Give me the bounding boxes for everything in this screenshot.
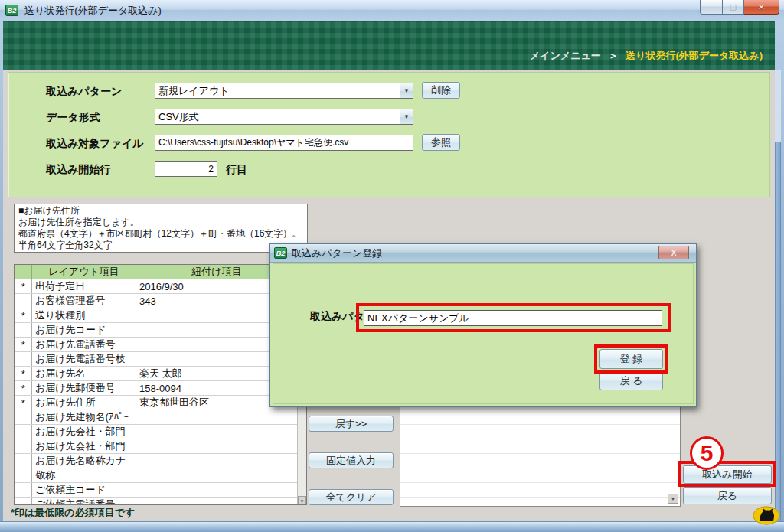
dialog-close-button[interactable]: X: [658, 246, 689, 259]
table-row[interactable]: 敬称: [15, 468, 298, 483]
window-titlebar: B2 送り状発行(外部データ取込み) — ▢ ✕: [0, 0, 784, 21]
register-button[interactable]: 登 録: [599, 349, 663, 369]
info-line: 都道府県（4文字）＋市区郡町村（12文字）＋町・番地（16文字）。: [18, 228, 303, 240]
pattern-select[interactable]: 新規レイアウト ▼: [155, 83, 413, 99]
import-settings-panel: 取込みパターン 新規レイアウト ▼ 削除 データ形式 CSV形式 ▼ 取込み対象…: [8, 72, 770, 197]
format-select[interactable]: CSV形式 ▼: [155, 109, 413, 125]
b2-app-icon: B2: [274, 247, 287, 259]
table-row[interactable]: *お届け先名楽天 太郎: [15, 367, 298, 381]
dialog-body: 取込みパターン 登 録 戻 る: [273, 263, 694, 404]
format-label: データ形式: [46, 111, 100, 125]
layout-column-header: レイアウト項目: [32, 265, 136, 279]
start-row-input[interactable]: [155, 161, 217, 177]
scroll-down-icon[interactable]: ▼: [668, 494, 678, 504]
info-line: お届け先住所を指定します。: [18, 217, 303, 228]
table-row[interactable]: お届け先電話番号枝: [15, 352, 298, 367]
step-5-annotation: 5: [690, 436, 724, 470]
yamato-cat-logo: [753, 505, 780, 526]
table-header-row: レイアウト項目 紐付け項目: [15, 265, 298, 279]
table-row[interactable]: お客様管理番号343: [15, 294, 298, 308]
file-label: 取込み対象ファイル: [46, 137, 144, 151]
clear-all-button[interactable]: 全てクリア: [309, 489, 394, 505]
required-fields-note: *印は最低限の必須項目です: [11, 506, 135, 520]
table-row[interactable]: *お届け先住所東京都世田谷区: [15, 396, 298, 410]
window-scrollbar[interactable]: [775, 70, 781, 521]
undo-button[interactable]: 戻す>>: [309, 416, 394, 432]
info-line: ■お届け先住所: [18, 205, 303, 217]
table-row[interactable]: お届け先名略称カナ: [15, 454, 298, 468]
chevron-down-icon[interactable]: ▼: [400, 109, 413, 124]
table-row[interactable]: お届け先会社・部門: [15, 425, 298, 439]
back-button[interactable]: 戻る: [683, 487, 772, 504]
delete-button[interactable]: 削除: [422, 82, 460, 99]
pattern-select-value: 新規レイアウト: [155, 83, 400, 98]
maximize-button[interactable]: ▢: [723, 0, 744, 15]
info-line: 半角64文字全角32文字: [18, 240, 303, 251]
table-row[interactable]: *送り状種別: [15, 308, 298, 323]
start-row-label: 取込み開始行: [46, 163, 110, 177]
start-row-suffix: 行目: [226, 163, 247, 177]
chevron-down-icon[interactable]: ▼: [400, 83, 413, 98]
dialog-titlebar: B2 取込みパターン登録 X: [270, 244, 696, 263]
file-path-input[interactable]: [155, 135, 413, 151]
window-title: 送り状発行(外部データ取込み): [24, 4, 162, 18]
breadcrumb-current-link[interactable]: 送り状発行(外部データ取込み): [626, 50, 763, 61]
pattern-label: 取込みパターン: [46, 85, 122, 99]
scroll-down-icon[interactable]: ▼: [298, 496, 306, 505]
annotation-box-pattern-input: [356, 303, 671, 332]
table-row[interactable]: お届け先コード: [15, 323, 298, 338]
application-window: B2 送り状発行(外部データ取込み) — ▢ ✕ メインメニュー ＞ 送り状発行…: [0, 0, 784, 532]
table-row[interactable]: ご依頼主電話番号: [15, 498, 298, 506]
breadcrumb-main-menu-link[interactable]: メインメニュー: [530, 50, 601, 61]
browse-button[interactable]: 参照: [422, 134, 460, 151]
layout-mapping-table: レイアウト項目 紐付け項目 *出荷予定日2016/9/30 お客様管理番号343…: [14, 264, 307, 505]
window-bottom-border: [0, 521, 784, 532]
window-controls: — ▢ ✕: [700, 0, 779, 15]
table-row[interactable]: お届け先会社・部門: [15, 439, 298, 454]
table-row[interactable]: *お届け先郵便番号158-0094: [15, 381, 298, 396]
table-row[interactable]: ご依頼主コード: [15, 483, 298, 498]
field-description-box: ■お届け先住所 お届け先住所を指定します。 都道府県（4文字）＋市区郡町村（12…: [14, 204, 308, 253]
table-row[interactable]: *お届け先電話番号: [15, 338, 298, 352]
breadcrumb-separator: ＞: [608, 50, 618, 61]
header-band: メインメニュー ＞ 送り状発行(外部データ取込み): [3, 21, 775, 70]
b2-app-icon: B2: [5, 5, 18, 16]
table-row[interactable]: *出荷予定日2016/9/30: [15, 279, 298, 294]
start-import-button[interactable]: 取込み開始: [683, 465, 772, 484]
minimize-button[interactable]: —: [700, 0, 723, 15]
pattern-register-dialog: B2 取込みパターン登録 X 取込みパターン 登 録 戻 る: [270, 243, 697, 407]
table-row[interactable]: お届け先建物名(ｱﾊﾟｰ: [15, 410, 298, 425]
format-select-value: CSV形式: [155, 109, 400, 124]
breadcrumb: メインメニュー ＞ 送り状発行(外部データ取込み): [530, 49, 763, 63]
dialog-title: 取込みパターン登録: [292, 246, 382, 260]
close-button[interactable]: ✕: [744, 0, 779, 15]
required-column-header: [15, 265, 32, 279]
dialog-back-button[interactable]: 戻 る: [599, 371, 663, 390]
fixed-value-input-button[interactable]: 固定値入力: [309, 452, 394, 468]
